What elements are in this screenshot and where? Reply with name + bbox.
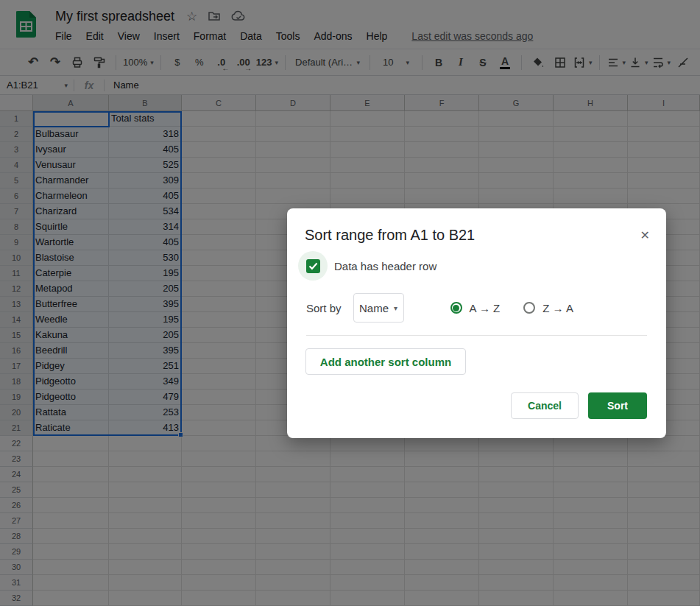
sort-column-dropdown[interactable]: Name ▾ [353,293,404,323]
dialog-divider [306,335,647,336]
header-row-checkbox[interactable]: Data has header row [298,251,436,281]
sort-criteria-row: Sort by Name ▾ A → Z Z → A [306,293,573,323]
sort-range-dialog: Sort range from A1 to B21 ✕ Data has hea… [287,208,666,438]
cancel-button[interactable]: Cancel [511,392,579,419]
close-icon[interactable]: ✕ [640,228,650,242]
radio-z-to-a-label: Z → A [542,302,573,314]
radio-z-to-a[interactable]: Z → A [523,302,573,314]
checkbox-halo [298,251,328,281]
radio-a-to-z[interactable]: A → Z [450,302,501,314]
checkbox-label: Data has header row [334,260,436,272]
sort-by-label: Sort by [306,302,342,314]
radio-unselected-icon [523,302,535,314]
checkbox-checked-icon[interactable] [306,259,320,273]
radio-selected-icon [450,302,462,314]
chevron-down-icon: ▾ [394,304,397,312]
add-sort-column-button[interactable]: Add another sort column [305,348,466,375]
radio-a-to-z-label: A → Z [470,302,501,314]
sort-button[interactable]: Sort [588,392,647,419]
dialog-actions: Cancel Sort [511,392,647,419]
sort-column-value: Name [359,302,389,314]
dialog-title: Sort range from A1 to B21 [305,227,475,244]
